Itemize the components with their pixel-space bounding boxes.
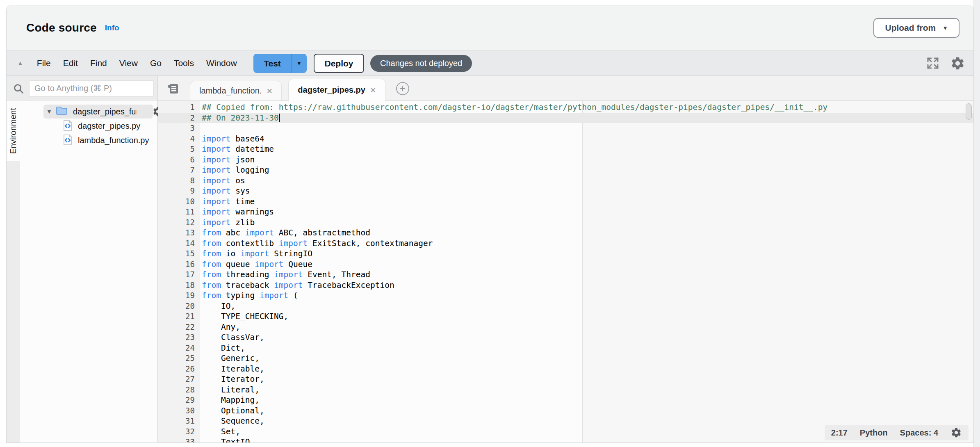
deploy-button[interactable]: Deploy bbox=[314, 54, 364, 73]
tree-folder-row[interactable]: ▼ dagster_pipes_funct ▼ bbox=[20, 104, 157, 119]
info-link[interactable]: Info bbox=[105, 23, 119, 32]
line-number: 19 bbox=[158, 290, 195, 301]
folder-expand-caret-icon[interactable]: ▼ bbox=[46, 108, 55, 115]
editor-scrollbar-thumb[interactable] bbox=[966, 103, 972, 120]
sidebar-body: Environment ▼ dagster_pipes_funct bbox=[7, 101, 157, 442]
code-line[interactable]: 6import json bbox=[158, 155, 973, 165]
line-number: 17 bbox=[158, 269, 195, 280]
code-line[interactable]: 18from traceback import TracebackExcepti… bbox=[158, 280, 973, 291]
tree-file-lambda-function-py[interactable]: lambda_function.py bbox=[20, 133, 157, 148]
fullscreen-icon[interactable] bbox=[926, 57, 939, 70]
code-text: import warnings bbox=[195, 207, 274, 217]
code-line[interactable]: 30 Optional, bbox=[158, 406, 973, 416]
menu-file[interactable]: File bbox=[31, 50, 57, 76]
code-text: from io import StringIO bbox=[195, 249, 312, 259]
upload-from-button[interactable]: Upload from ▼ bbox=[873, 18, 959, 38]
code-text: Dict, bbox=[195, 343, 245, 353]
caret-down-icon: ▼ bbox=[942, 25, 948, 31]
tab-close-icon[interactable]: × bbox=[267, 86, 272, 96]
code-line[interactable]: 1## Copied from: https://raw.githubuserc… bbox=[158, 102, 973, 113]
code-token: import bbox=[255, 260, 283, 269]
code-line[interactable]: 3 bbox=[158, 123, 973, 134]
search-input[interactable] bbox=[29, 80, 154, 97]
code-line[interactable]: 27 Iterator, bbox=[158, 374, 973, 385]
tab-dagster-pipes-py[interactable]: dagster_pipes.py× bbox=[288, 79, 385, 101]
page-title: Code source bbox=[26, 21, 97, 34]
code-token: from bbox=[202, 281, 221, 290]
new-tab-plus-icon[interactable]: + bbox=[396, 82, 409, 95]
settings-gear-icon[interactable] bbox=[950, 56, 965, 71]
line-number: 21 bbox=[158, 311, 195, 322]
code-lines[interactable]: 1## Copied from: https://raw.githubuserc… bbox=[158, 101, 973, 442]
tab-list-icon[interactable] bbox=[167, 82, 180, 97]
code-line[interactable]: 29 Mapping, bbox=[158, 395, 973, 406]
code-line[interactable]: 28 Literal, bbox=[158, 385, 973, 395]
file-name: lambda_function.py bbox=[78, 136, 149, 145]
code-text: import json bbox=[195, 155, 255, 165]
code-editor: lambda_function.×dagster_pipes.py× + 1##… bbox=[157, 76, 973, 442]
code-token: zlib bbox=[230, 218, 255, 227]
code-line[interactable]: 24 Dict, bbox=[158, 343, 973, 353]
tab-lambda-function-[interactable]: lambda_function.× bbox=[190, 81, 282, 100]
collapse-up-icon[interactable]: ▲ bbox=[17, 59, 23, 66]
code-line[interactable]: 7import logging bbox=[158, 165, 973, 176]
code-line[interactable]: 11import warnings bbox=[158, 207, 973, 217]
status-gear-icon[interactable] bbox=[950, 427, 962, 438]
code-line[interactable]: 4import base64 bbox=[158, 134, 973, 144]
language-mode[interactable]: Python bbox=[860, 428, 888, 438]
code-token: import bbox=[260, 291, 288, 300]
code-token: queue bbox=[221, 260, 255, 269]
menu-tools[interactable]: Tools bbox=[168, 50, 200, 76]
line-number: 12 bbox=[158, 217, 195, 228]
code-token: base64 bbox=[230, 134, 264, 144]
test-dropdown-button[interactable]: ▼ bbox=[291, 54, 307, 73]
test-button[interactable]: Test bbox=[253, 54, 291, 73]
code-line[interactable]: 13from abc import ABC, abstractmethod bbox=[158, 228, 973, 238]
code-line[interactable]: 2## On 2023-11-30 bbox=[158, 113, 973, 123]
code-line[interactable]: 26 Iterable, bbox=[158, 364, 973, 374]
tab-bar: lambda_function.×dagster_pipes.py× + bbox=[158, 76, 973, 101]
editor-menubar: ▲ FileEditFindViewGoToolsWindow Test ▼ D… bbox=[7, 50, 973, 76]
menu-go[interactable]: Go bbox=[144, 50, 168, 76]
code-line[interactable]: 9import sys bbox=[158, 186, 973, 196]
code-token: typing bbox=[221, 291, 260, 300]
menu-edit[interactable]: Edit bbox=[57, 50, 84, 76]
code-token: TextIO bbox=[202, 437, 250, 442]
code-line[interactable]: 19from typing import ( bbox=[158, 290, 973, 301]
tab-close-icon[interactable]: × bbox=[370, 85, 376, 95]
code-token: from bbox=[202, 291, 221, 300]
code-line[interactable]: 10import time bbox=[158, 196, 973, 207]
code-token: Mapping, bbox=[202, 395, 260, 405]
code-text: from queue import Queue bbox=[195, 259, 312, 270]
tree-file-dagster-pipes-py[interactable]: dagster_pipes.py bbox=[20, 119, 157, 133]
code-line[interactable]: 8import os bbox=[158, 176, 973, 186]
menu-view[interactable]: View bbox=[113, 50, 144, 76]
spaces-setting[interactable]: Spaces: 4 bbox=[900, 428, 938, 438]
code-token: ExitStack, contextmanager bbox=[308, 239, 433, 248]
code-line[interactable]: 20 IO, bbox=[158, 301, 973, 312]
menu-find[interactable]: Find bbox=[84, 50, 113, 76]
code-token: Optional, bbox=[202, 406, 264, 415]
python-file-icon bbox=[63, 134, 78, 147]
code-line[interactable]: 14from contextlib import ExitStack, cont… bbox=[158, 238, 973, 249]
tree-file-list: dagster_pipes.pylambda_function.py bbox=[20, 119, 157, 148]
changes-not-deployed-badge: Changes not deployed bbox=[370, 55, 472, 72]
code-line[interactable]: 5import datetime bbox=[158, 144, 973, 155]
environment-tab[interactable]: Environment bbox=[7, 101, 20, 161]
code-text: from contextlib import ExitStack, contex… bbox=[195, 238, 433, 249]
code-line[interactable]: 22 Any, bbox=[158, 322, 973, 333]
code-line[interactable]: 21 TYPE_CHECKING, bbox=[158, 311, 973, 322]
browser-scrollbar[interactable] bbox=[973, 0, 980, 447]
code-token: datetime bbox=[230, 144, 274, 154]
code-token: ClassVar, bbox=[202, 333, 264, 342]
code-line[interactable]: 15from io import StringIO bbox=[158, 249, 973, 259]
code-token: import bbox=[202, 207, 230, 217]
code-line[interactable]: 25 Generic, bbox=[158, 353, 973, 364]
code-line[interactable]: 17from threading import Event, Thread bbox=[158, 269, 973, 280]
code-line[interactable]: 16from queue import Queue bbox=[158, 259, 973, 270]
menu-window[interactable]: Window bbox=[200, 50, 243, 76]
code-token: io bbox=[221, 249, 240, 258]
code-line[interactable]: 23 ClassVar, bbox=[158, 332, 973, 343]
cursor-position[interactable]: 2:17 bbox=[831, 428, 848, 438]
code-line[interactable]: 12import zlib bbox=[158, 217, 973, 228]
